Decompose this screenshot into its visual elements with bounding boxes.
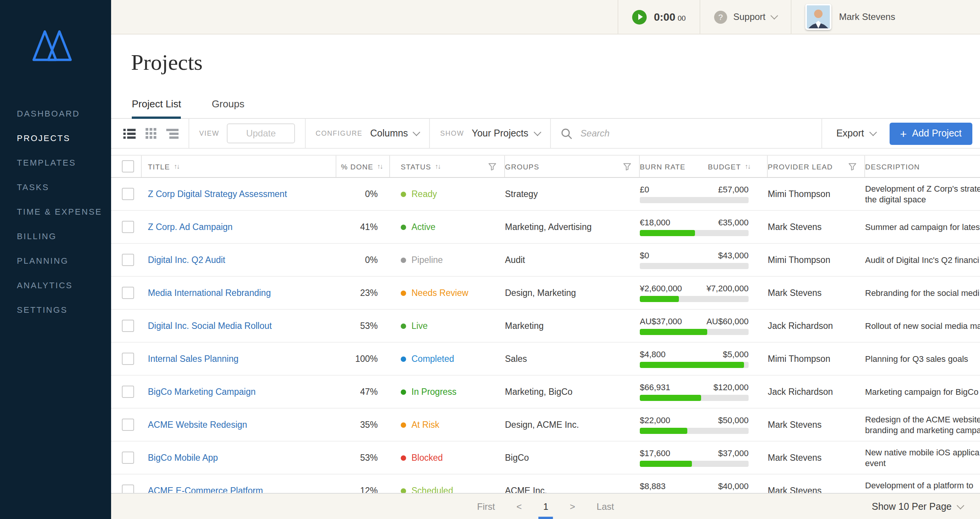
app-logo[interactable]	[31, 28, 111, 66]
timer-button[interactable]: 0:00 00	[618, 0, 700, 34]
sidebar-item-analytics[interactable]: ANALYTICS	[0, 273, 111, 297]
pager-first[interactable]: First	[466, 494, 506, 519]
row-checkbox[interactable]	[122, 419, 134, 431]
sidebar-item-dashboard[interactable]: DASHBOARD	[0, 101, 111, 126]
add-project-button[interactable]: + Add Project	[889, 122, 972, 145]
hierarchy-view-icon[interactable]	[166, 128, 179, 138]
status-cell: In Progress	[390, 387, 505, 396]
provider-lead-cell: Mimi Thompson	[768, 189, 865, 199]
description-line: Planning for Q3 sales goals	[865, 353, 968, 364]
groups-cell: Marketing, Advertising	[505, 222, 640, 232]
column-header-description: DESCRIPTION	[865, 156, 980, 177]
sidebar-item-templates[interactable]: TEMPLATES	[0, 150, 111, 175]
header-checkbox-cell	[111, 156, 142, 177]
status-cell: Active	[390, 222, 505, 232]
status-cell: Completed	[390, 354, 505, 363]
support-menu[interactable]: ? Support	[700, 0, 791, 34]
row-checkbox[interactable]	[122, 287, 134, 299]
row-checkbox[interactable]	[122, 386, 134, 398]
project-title-link[interactable]: Media International Rebranding	[148, 288, 271, 297]
project-title-link[interactable]: Digital Inc. Q2 Audit	[148, 255, 225, 264]
groups-cell: Strategy	[505, 189, 640, 199]
status-dot-icon	[401, 455, 406, 460]
row-checkbox[interactable]	[122, 452, 134, 464]
project-title-link[interactable]: Digital Inc. Social Media Rollout	[148, 321, 272, 330]
status-dot-icon	[401, 224, 406, 230]
burn-rate-cell: $17,600$37,000	[640, 448, 768, 467]
project-title-link[interactable]: ACME Website Redesign	[148, 420, 247, 429]
column-header-provider-lead[interactable]: PROVIDER LEAD	[768, 156, 865, 177]
groups-cell: Marketing	[505, 321, 640, 330]
columns-dropdown[interactable]: Columns	[370, 128, 420, 139]
description-cell: Rebranding for the social medi	[865, 287, 980, 298]
status-label: Ready	[411, 189, 437, 199]
column-header-done[interactable]: % DONE ↑↓	[336, 156, 390, 177]
percent-done-cell: 35%	[336, 420, 390, 429]
user-menu[interactable]: Mark Stevens	[791, 0, 980, 34]
show-group: SHOW Your Projects	[430, 119, 550, 148]
project-title-link[interactable]: Z Corp. Ad Campaign	[148, 222, 233, 232]
burn-rate-cell: $66,931$120,000	[640, 383, 768, 401]
per-page-dropdown[interactable]: Show 10 Per Page	[872, 494, 964, 519]
sidebar-item-billing[interactable]: BILLING	[0, 224, 111, 248]
pagination-footer: First < 1 > Last Show 10 Per Page	[111, 493, 980, 519]
column-header-burn-rate[interactable]: BURN RATE	[640, 156, 709, 177]
row-checkbox[interactable]	[122, 221, 134, 233]
status-dot-icon	[401, 323, 406, 328]
projects-filter-dropdown[interactable]: Your Projects	[472, 128, 540, 139]
sort-icon: ↑↓	[174, 163, 179, 170]
table-row: BigCo Mobile App53%BlockedBigCo$17,600$3…	[111, 442, 980, 475]
row-checkbox[interactable]	[122, 320, 134, 332]
pager-next[interactable]: >	[559, 494, 586, 519]
support-label: Support	[733, 11, 765, 22]
list-view-icon[interactable]	[123, 128, 136, 138]
sidebar-item-tasks[interactable]: TASKS	[0, 175, 111, 199]
filter-icon[interactable]	[848, 162, 857, 171]
export-label: Export	[836, 128, 864, 139]
row-checkbox[interactable]	[122, 353, 134, 365]
sidebar-item-settings[interactable]: SETTINGS	[0, 297, 111, 322]
column-header-title[interactable]: TITLE ↑↓	[142, 156, 336, 177]
description-line: Redesign of the ACME website	[865, 414, 980, 425]
filter-icon[interactable]	[488, 162, 497, 171]
sidebar-item-planning[interactable]: PLANNING	[0, 248, 111, 273]
timer-value: 0:00	[654, 11, 675, 23]
burn-progress-bar	[640, 428, 749, 434]
search-input[interactable]	[579, 127, 751, 140]
burn-rate-cell: $0$43,000	[640, 251, 768, 269]
burn-progress-bar	[640, 461, 749, 467]
groups-cell: Sales	[505, 354, 640, 363]
burn-value: $0	[640, 251, 649, 260]
description-cell: New native mobile iOS applicaevent	[865, 447, 980, 468]
project-title-link[interactable]: BigCo Marketing Campaign	[148, 387, 256, 396]
description-cell: Development of Z Corp's stratethe digita…	[865, 183, 980, 205]
pager-prev[interactable]: <	[506, 494, 533, 519]
export-dropdown[interactable]: Export	[836, 128, 875, 139]
column-header-budget[interactable]: BUDGET ↑↓	[709, 156, 768, 177]
row-checkbox[interactable]	[122, 254, 134, 266]
column-header-groups[interactable]: GROUPS	[505, 156, 640, 177]
project-title-link[interactable]: BigCo Mobile App	[148, 453, 218, 462]
row-checkbox[interactable]	[122, 188, 134, 200]
pager-page-1[interactable]: 1	[533, 494, 559, 519]
timer-seconds: 00	[678, 11, 686, 22]
update-button[interactable]: Update	[227, 123, 295, 143]
view-label: VIEW	[199, 130, 219, 137]
tab-groups[interactable]: Groups	[212, 98, 244, 118]
column-header-status[interactable]: STATUS ↑↓	[390, 156, 505, 177]
select-all-checkbox[interactable]	[122, 160, 134, 172]
description-line: Development of Z Corp's strate	[865, 183, 980, 194]
pager-last[interactable]: Last	[586, 494, 624, 519]
burn-progress-fill	[640, 395, 701, 401]
sidebar-item-time-expense[interactable]: TIME & EXPENSE	[0, 199, 111, 224]
project-title-link[interactable]: Z Corp Digital Strategy Assessment	[148, 189, 287, 199]
grid-view-icon[interactable]	[146, 128, 156, 139]
filter-icon[interactable]	[623, 162, 631, 171]
project-title-link[interactable]: Internal Sales Planning	[148, 354, 239, 363]
sidebar-item-projects[interactable]: PROJECTS	[0, 126, 111, 150]
status-label: Needs Review	[411, 288, 468, 297]
description-cell: Planning for Q3 sales goals	[865, 353, 980, 364]
tab-project-list[interactable]: Project List	[132, 98, 181, 118]
burn-value: $4,800	[640, 350, 665, 359]
percent-done-cell: 23%	[336, 288, 390, 297]
